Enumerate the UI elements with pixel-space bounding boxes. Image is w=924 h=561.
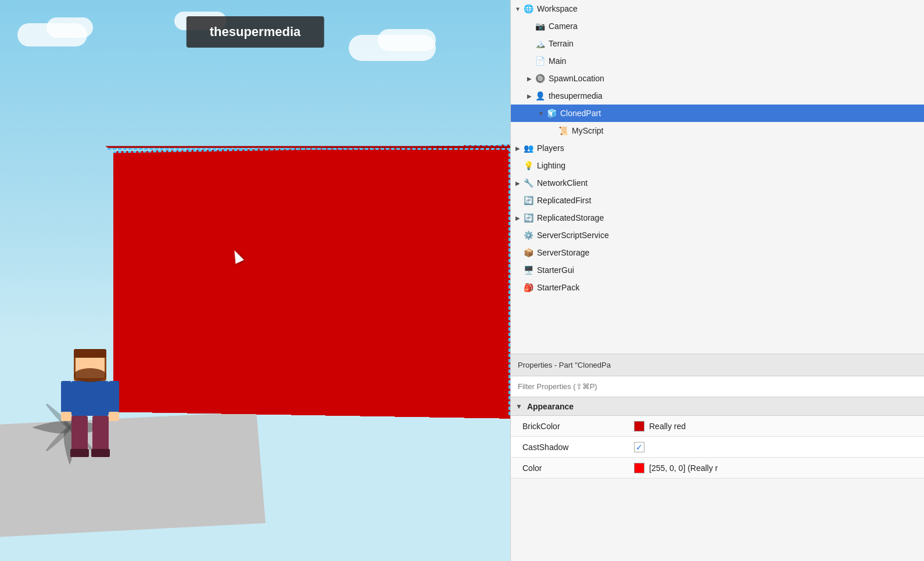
tree-label: thesupermedia xyxy=(549,91,603,100)
cloud xyxy=(46,17,93,38)
svg-point-12 xyxy=(74,368,106,382)
tree-item-replicatedstorage[interactable]: 🔄ReplicatedStorage xyxy=(511,209,924,226)
tree-icon-networkclient: 🔧 xyxy=(522,177,534,189)
tree-icon-workspace: 🌐 xyxy=(522,3,534,15)
tree-arrow[interactable] xyxy=(525,56,534,66)
tree-item-networkclient[interactable]: 🔧NetworkClient xyxy=(511,174,924,192)
tree-icon-myscript: 📜 xyxy=(557,125,569,136)
tree-item-thesupermedia[interactable]: 👤thesupermedia xyxy=(511,87,924,105)
viewport: thesupermedia xyxy=(0,0,510,561)
tree-arrow[interactable] xyxy=(525,39,534,48)
svg-rect-6 xyxy=(61,412,71,421)
tree-icon-main: 📄 xyxy=(534,55,546,67)
tree-icon-serverstorage: 📦 xyxy=(522,247,534,258)
tree-arrow[interactable] xyxy=(536,109,546,118)
tree-item-players[interactable]: 👥Players xyxy=(511,139,924,157)
red-block-top xyxy=(105,146,510,148)
tree-item-main[interactable]: 📄Main xyxy=(511,52,924,70)
property-value: [255, 0, 0] (Really r xyxy=(627,463,924,473)
tree-arrow[interactable] xyxy=(513,178,522,188)
svg-rect-9 xyxy=(92,416,109,454)
tree-item-serverscriptservice[interactable]: ⚙️ServerScriptService xyxy=(511,226,924,244)
tree-item-lighting[interactable]: 💡Lighting xyxy=(511,157,924,174)
section-name: Appearance xyxy=(527,402,574,411)
tree-label: Main xyxy=(549,56,566,66)
property-value: Really red xyxy=(627,421,924,431)
properties-title: Properties - Part "ClonedPa xyxy=(511,354,924,376)
tree-label: ClonedPart xyxy=(560,109,601,118)
property-name-label: Color xyxy=(511,463,627,473)
property-rows-container: BrickColorReally redCastShadow✓Color[255… xyxy=(511,416,924,479)
tree-item-replicatedfirst[interactable]: 🔄ReplicatedFirst xyxy=(511,192,924,209)
color-swatch xyxy=(634,463,644,473)
tree-item-startergui[interactable]: 🖥️StarterGui xyxy=(511,261,924,279)
tree-arrow[interactable] xyxy=(513,196,522,205)
tree-label: ReplicatedFirst xyxy=(537,196,591,205)
svg-rect-7 xyxy=(109,412,119,421)
property-row-brickcolor[interactable]: BrickColorReally red xyxy=(511,416,924,437)
tree-item-workspace[interactable]: 🌐Workspace xyxy=(511,0,924,17)
tree-item-starterpack[interactable]: 🎒StarterPack xyxy=(511,279,924,296)
tree-item-camera[interactable]: 📷Camera xyxy=(511,17,924,35)
tree-label: ServerStorage xyxy=(537,248,589,257)
property-value-text: [255, 0, 0] (Really r xyxy=(649,463,718,473)
tree-arrow[interactable] xyxy=(513,265,522,275)
property-value: ✓ xyxy=(627,442,924,452)
tree-arrow[interactable] xyxy=(513,161,522,170)
svg-rect-3 xyxy=(71,381,109,416)
tree-icon-thesupermedia: 👤 xyxy=(534,90,546,102)
tree-icon-camera: 📷 xyxy=(534,20,546,32)
explorer-panel: 🌐Workspace📷Camera🏔️Terrain📄Main🔘SpawnLoc… xyxy=(511,0,924,354)
property-name-label: CastShadow xyxy=(511,443,627,452)
tree-arrow[interactable] xyxy=(548,126,557,135)
tree-label: NetworkClient xyxy=(537,178,588,188)
color-swatch xyxy=(634,421,644,431)
properties-filter[interactable] xyxy=(511,376,924,397)
tree-arrow[interactable] xyxy=(525,91,534,100)
tree-arrow[interactable] xyxy=(525,74,534,83)
tree-label: MyScript xyxy=(572,126,603,135)
property-checkbox[interactable]: ✓ xyxy=(634,442,644,452)
tree-label: Players xyxy=(537,143,564,153)
tree-arrow[interactable] xyxy=(525,21,534,31)
tree-label: Camera xyxy=(549,21,578,31)
svg-rect-11 xyxy=(91,449,110,457)
section-collapse-arrow: ▼ xyxy=(515,402,522,411)
properties-panel: Properties - Part "ClonedPa ▼ Appearance… xyxy=(511,354,924,561)
svg-rect-8 xyxy=(71,416,88,454)
tree-icon-clonedpart: 🧊 xyxy=(546,107,557,119)
tree-label: Workspace xyxy=(537,4,578,13)
property-name-label: BrickColor xyxy=(511,422,627,431)
tree-icon-lighting: 💡 xyxy=(522,160,534,171)
tree-arrow[interactable] xyxy=(513,248,522,257)
tree-item-myscript[interactable]: 📜MyScript xyxy=(511,122,924,139)
tree-label: ReplicatedStorage xyxy=(537,213,604,222)
tree-item-terrain[interactable]: 🏔️Terrain xyxy=(511,35,924,52)
tree-item-spawnlocation[interactable]: 🔘SpawnLocation xyxy=(511,70,924,87)
appearance-section-header[interactable]: ▼ Appearance xyxy=(511,397,924,416)
property-value-text: Really red xyxy=(649,422,686,431)
red-block-front xyxy=(113,145,510,419)
tree-icon-replicatedfirst: 🔄 xyxy=(522,195,534,206)
tree-arrow[interactable] xyxy=(513,4,522,13)
player-label: thesupermedia xyxy=(187,16,324,48)
tree-label: Terrain xyxy=(549,39,574,48)
tree-icon-serverscriptservice: ⚙️ xyxy=(522,229,534,241)
svg-rect-10 xyxy=(70,449,89,457)
tree-icon-starterpack: 🎒 xyxy=(522,282,534,293)
tree-icon-startergui: 🖥️ xyxy=(522,264,534,276)
tree-arrow[interactable] xyxy=(513,283,522,292)
tree-arrow[interactable] xyxy=(513,213,522,222)
filter-input[interactable] xyxy=(518,382,917,391)
tree-label: ServerScriptService xyxy=(537,231,609,240)
tree-item-serverstorage[interactable]: 📦ServerStorage xyxy=(511,244,924,261)
property-row-castshadow[interactable]: CastShadow✓ xyxy=(511,437,924,458)
tree-item-clonedpart[interactable]: 🧊ClonedPart xyxy=(511,105,924,122)
tree-arrow[interactable] xyxy=(513,231,522,240)
tree-arrow[interactable] xyxy=(513,143,522,153)
character xyxy=(55,343,125,459)
cloud xyxy=(378,29,436,51)
tree-icon-spawnlocation: 🔘 xyxy=(534,73,546,84)
property-row-color[interactable]: Color[255, 0, 0] (Really r xyxy=(511,458,924,479)
tree-label: StarterGui xyxy=(537,265,574,275)
